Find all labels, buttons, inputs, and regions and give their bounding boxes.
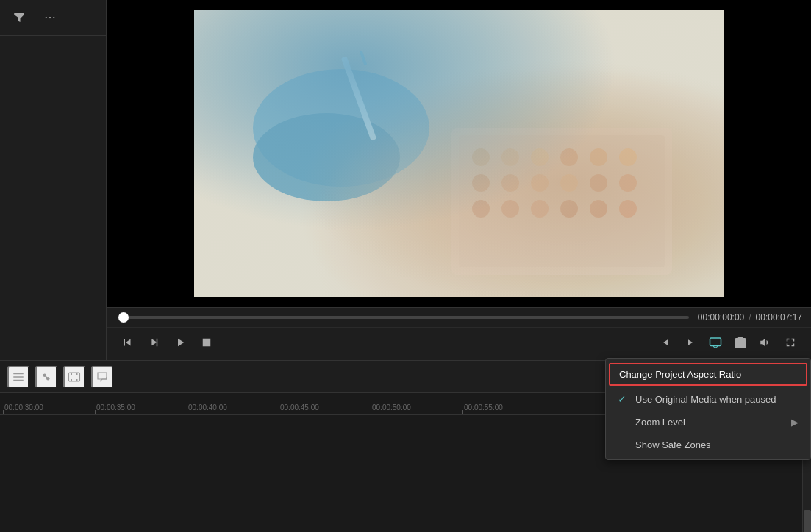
time-separator: / (749, 312, 751, 323)
right-controls (654, 331, 802, 354)
step-forward-icon (147, 336, 160, 349)
change-aspect-ratio-label: Change Project Aspect Ratio (619, 369, 741, 380)
time-display: 00:00:00:00 / 00:00:07:17 (698, 312, 802, 323)
svg-point-11 (472, 148, 490, 166)
svg-rect-42 (71, 379, 73, 381)
svg-line-38 (45, 375, 49, 378)
ellipsis-icon (43, 11, 57, 24)
fullscreen-button[interactable] (779, 331, 802, 354)
svg-point-1 (49, 17, 51, 18)
scrubber-thumb[interactable] (118, 312, 129, 323)
step-back-button[interactable] (115, 331, 139, 354)
zoom-level-item[interactable]: Zoom Level ▶ (606, 411, 810, 434)
step-forward-button[interactable] (142, 331, 165, 354)
svg-rect-33 (13, 373, 24, 374)
svg-rect-31 (203, 339, 211, 347)
preview-display-button[interactable] (704, 331, 727, 354)
timeline-tool-3[interactable] (63, 366, 85, 388)
camera-icon (734, 336, 747, 349)
svg-point-17 (472, 174, 490, 192)
svg-point-15 (590, 148, 607, 166)
ruler-ticks: 00:00:30:00 00:00:35:00 00:00:40:00 00:0… (0, 403, 554, 411)
mark-out-button[interactable] (679, 331, 702, 354)
svg-rect-34 (13, 376, 24, 378)
svg-point-24 (501, 200, 519, 218)
preview-area: 00:00:00:00 / 00:00:07:17 (107, 0, 811, 360)
stop-icon (200, 336, 213, 349)
stop-button[interactable] (195, 331, 218, 354)
timeline-tool-4[interactable] (91, 366, 113, 388)
timeline-speech-icon (96, 370, 109, 384)
svg-point-25 (531, 200, 549, 218)
ruler-tick-3: 00:00:40:00 (187, 403, 279, 411)
svg-rect-43 (76, 379, 78, 381)
sidebar-toolbar (0, 0, 106, 36)
svg-rect-35 (13, 379, 24, 381)
filter-icon (12, 11, 26, 24)
svg-rect-3 (194, 10, 724, 297)
mark-in-button[interactable] (654, 331, 677, 354)
change-aspect-ratio-item[interactable]: Change Project Aspect Ratio (609, 363, 807, 386)
svg-rect-8 (360, 51, 368, 65)
audio-button[interactable] (754, 331, 777, 354)
ruler-tick-1: 00:00:30:00 (3, 403, 95, 411)
scrubber-bar: 00:00:00:00 / 00:00:07:17 (107, 307, 811, 327)
video-frame (107, 0, 811, 307)
more-options-button[interactable] (38, 6, 62, 29)
svg-rect-40 (71, 373, 73, 375)
svg-rect-7 (341, 56, 377, 140)
svg-rect-39 (69, 373, 80, 381)
show-safe-zones-label: Show Safe Zones (635, 439, 711, 450)
svg-rect-4 (194, 10, 724, 297)
playback-controls (107, 327, 811, 360)
svg-point-23 (472, 200, 490, 218)
ruler-tick-6: 00:00:55:00 (462, 403, 554, 411)
timeline-tool-1[interactable] (7, 366, 29, 388)
filter-button[interactable] (7, 6, 31, 29)
video-content (194, 10, 724, 297)
svg-point-22 (619, 174, 637, 192)
mark-in-icon (659, 336, 672, 349)
scrollbar-thumb[interactable] (804, 510, 811, 532)
svg-rect-29 (194, 10, 724, 297)
screenshot-button[interactable] (729, 331, 752, 354)
current-time: 00:00:00:00 (698, 312, 744, 323)
ruler-tick-2: 00:00:35:00 (95, 403, 187, 411)
step-back-icon (121, 336, 134, 349)
svg-rect-9 (451, 128, 672, 275)
timeline-link-icon (40, 370, 53, 384)
fullscreen-icon (784, 336, 797, 349)
ruler-tick-5: 00:00:50:00 (371, 403, 462, 411)
svg-point-18 (501, 174, 519, 192)
check-icon: ✓ (618, 393, 629, 405)
context-menu: Change Project Aspect Ratio ✓ Use Origin… (605, 358, 811, 460)
svg-point-2 (53, 17, 54, 18)
svg-point-14 (560, 148, 578, 166)
zoom-level-label: Zoom Level (635, 417, 685, 428)
svg-point-26 (560, 200, 578, 218)
svg-point-6 (253, 113, 400, 201)
timeline-film-icon (68, 370, 81, 384)
use-original-media-label: Use Original Media when paused (635, 394, 776, 405)
ruler-tick-4: 00:00:45:00 (279, 403, 371, 411)
show-safe-zones-item[interactable]: Show Safe Zones (606, 434, 810, 456)
scrubber-track[interactable] (118, 316, 689, 319)
use-original-media-item[interactable]: ✓ Use Original Media when paused (606, 387, 810, 411)
svg-point-19 (531, 174, 549, 192)
play-icon (174, 336, 187, 349)
play-button[interactable] (168, 331, 192, 354)
svg-point-5 (253, 69, 429, 187)
svg-point-0 (46, 17, 47, 18)
svg-rect-32 (710, 338, 721, 346)
svg-point-20 (560, 174, 578, 192)
preview-display-icon (709, 336, 722, 349)
svg-point-28 (619, 200, 637, 218)
svg-point-21 (590, 174, 607, 192)
timeline-tool-2[interactable] (35, 366, 57, 388)
speaker-icon (759, 336, 772, 349)
svg-point-12 (501, 148, 519, 166)
mark-out-icon (684, 336, 697, 349)
timeline-tracks-icon (12, 370, 25, 384)
svg-rect-10 (459, 135, 665, 267)
svg-point-13 (531, 148, 549, 166)
